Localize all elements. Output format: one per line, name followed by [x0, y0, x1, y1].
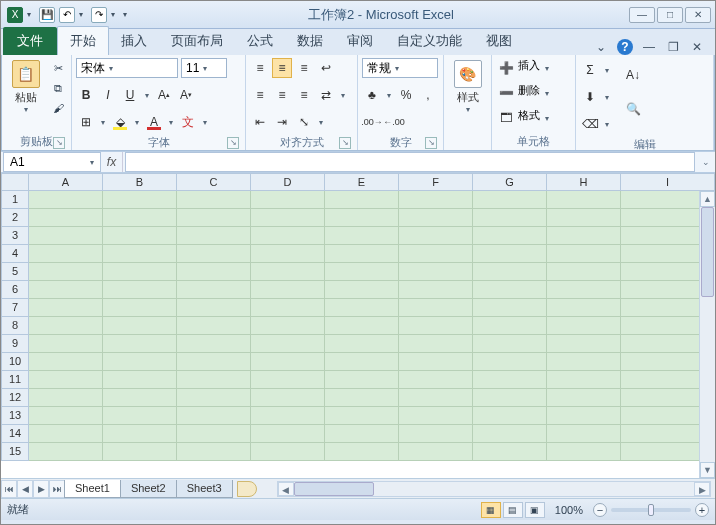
- align-top-icon[interactable]: ≡: [250, 58, 270, 78]
- cell[interactable]: [547, 263, 621, 281]
- workbook-minimize-icon[interactable]: —: [641, 39, 657, 55]
- cell[interactable]: [103, 299, 177, 317]
- fill-color-icon[interactable]: ⬙: [110, 112, 130, 132]
- last-sheet-button[interactable]: ⏭: [49, 480, 65, 498]
- cell[interactable]: [325, 407, 399, 425]
- cell[interactable]: [473, 299, 547, 317]
- cell[interactable]: [547, 335, 621, 353]
- column-header[interactable]: A: [29, 173, 103, 191]
- cell[interactable]: [29, 227, 103, 245]
- autosum-icon[interactable]: Σ: [580, 60, 600, 80]
- cell[interactable]: [103, 263, 177, 281]
- cell[interactable]: [29, 425, 103, 443]
- close-button[interactable]: ✕: [685, 7, 711, 23]
- cell[interactable]: [325, 389, 399, 407]
- cell[interactable]: [547, 191, 621, 209]
- cell[interactable]: [103, 353, 177, 371]
- cell[interactable]: [251, 263, 325, 281]
- cell[interactable]: [547, 389, 621, 407]
- cell[interactable]: [547, 371, 621, 389]
- cell[interactable]: [473, 245, 547, 263]
- font-color-icon[interactable]: A: [144, 112, 164, 132]
- cell[interactable]: [29, 317, 103, 335]
- page-layout-view-button[interactable]: ▤: [503, 502, 523, 518]
- cell[interactable]: [399, 389, 473, 407]
- zoom-level[interactable]: 100%: [555, 504, 583, 516]
- align-right-icon[interactable]: ≡: [294, 85, 314, 105]
- number-launcher-icon[interactable]: ↘: [425, 137, 437, 149]
- undo-dropdown-icon[interactable]: ▾: [79, 10, 87, 19]
- cell[interactable]: [251, 317, 325, 335]
- cell[interactable]: [29, 299, 103, 317]
- alignment-launcher-icon[interactable]: ↘: [339, 137, 351, 149]
- cell[interactable]: [547, 299, 621, 317]
- underline-dropdown-icon[interactable]: ▾: [142, 85, 152, 105]
- cell[interactable]: [473, 353, 547, 371]
- increase-decimal-icon[interactable]: .00→: [362, 112, 382, 132]
- vertical-scroll-thumb[interactable]: [701, 207, 714, 297]
- align-middle-icon[interactable]: ≡: [272, 58, 292, 78]
- new-sheet-button[interactable]: [237, 481, 257, 497]
- cell[interactable]: [251, 443, 325, 461]
- cell[interactable]: [103, 245, 177, 263]
- cell[interactable]: [177, 281, 251, 299]
- merge-dropdown-icon[interactable]: ▾: [338, 85, 348, 105]
- scroll-up-button[interactable]: ▲: [700, 191, 715, 207]
- number-format-combo[interactable]: 常规▾: [362, 58, 438, 78]
- cell[interactable]: [473, 191, 547, 209]
- bold-button[interactable]: B: [76, 85, 96, 105]
- save-icon[interactable]: 💾: [39, 7, 55, 23]
- cell[interactable]: [547, 317, 621, 335]
- cell[interactable]: [399, 425, 473, 443]
- cell[interactable]: [473, 317, 547, 335]
- insert-cells-icon[interactable]: ➕: [496, 58, 516, 78]
- cell[interactable]: [547, 227, 621, 245]
- column-header[interactable]: C: [177, 173, 251, 191]
- wrap-text-icon[interactable]: ↩: [316, 58, 336, 78]
- cell[interactable]: [29, 353, 103, 371]
- cell[interactable]: [103, 371, 177, 389]
- cell[interactable]: [325, 263, 399, 281]
- cell[interactable]: [29, 389, 103, 407]
- cell[interactable]: [177, 353, 251, 371]
- sheet-tab[interactable]: Sheet3: [176, 480, 233, 498]
- cell[interactable]: [177, 407, 251, 425]
- comma-format-icon[interactable]: ,: [418, 85, 438, 105]
- cell[interactable]: [399, 335, 473, 353]
- format-painter-icon[interactable]: 🖌: [49, 100, 67, 116]
- next-sheet-button[interactable]: ▶: [33, 480, 49, 498]
- cell[interactable]: [29, 371, 103, 389]
- cell[interactable]: [177, 371, 251, 389]
- cell[interactable]: [473, 281, 547, 299]
- first-sheet-button[interactable]: ⏮: [1, 480, 17, 498]
- accounting-dropdown-icon[interactable]: ▾: [384, 85, 394, 105]
- cell[interactable]: [177, 191, 251, 209]
- cell[interactable]: [325, 443, 399, 461]
- format-cells-icon[interactable]: 🗔: [496, 108, 516, 128]
- column-header[interactable]: B: [103, 173, 177, 191]
- cell[interactable]: [473, 425, 547, 443]
- zoom-slider-thumb[interactable]: [648, 504, 654, 516]
- cell[interactable]: [29, 281, 103, 299]
- row-header[interactable]: 5: [1, 263, 29, 281]
- row-header[interactable]: 9: [1, 335, 29, 353]
- cell[interactable]: [251, 389, 325, 407]
- cell[interactable]: [177, 317, 251, 335]
- cell[interactable]: [325, 281, 399, 299]
- excel-app-icon[interactable]: X: [7, 7, 23, 23]
- cell[interactable]: [177, 209, 251, 227]
- align-bottom-icon[interactable]: ≡: [294, 58, 314, 78]
- cell[interactable]: [325, 209, 399, 227]
- delete-cells-icon[interactable]: ➖: [496, 83, 516, 103]
- merge-center-icon[interactable]: ⇄: [316, 85, 336, 105]
- sort-filter-icon[interactable]: A↓: [620, 60, 646, 90]
- horizontal-scrollbar[interactable]: ◀ ▶: [277, 481, 711, 497]
- tab-custom[interactable]: 自定义功能: [385, 27, 474, 55]
- cell[interactable]: [325, 299, 399, 317]
- cell[interactable]: [399, 443, 473, 461]
- cell[interactable]: [251, 425, 325, 443]
- border-icon[interactable]: ⊞: [76, 112, 96, 132]
- row-header[interactable]: 11: [1, 371, 29, 389]
- cell[interactable]: [29, 263, 103, 281]
- tab-review[interactable]: 审阅: [335, 27, 385, 55]
